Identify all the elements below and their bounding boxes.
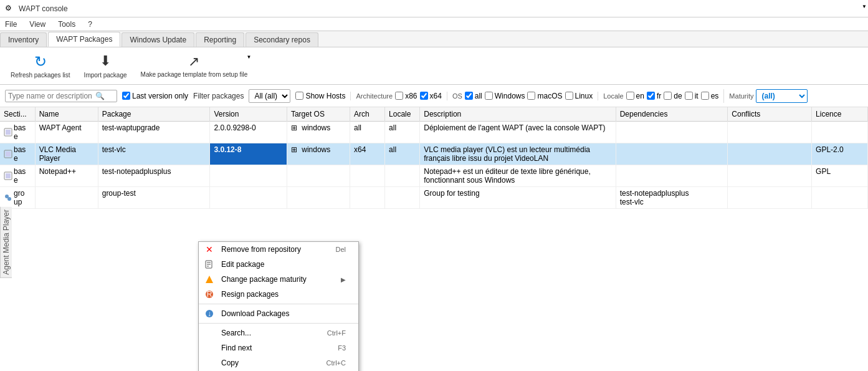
menu-tools[interactable]: Tools [55, 19, 78, 30]
ctx-copy[interactable]: Copy Ctrl+C [199, 355, 358, 370]
locale-en-checkbox[interactable] [626, 92, 634, 100]
row-version [210, 165, 287, 187]
ctx-download[interactable]: ↓ Download Packages [199, 306, 358, 321]
template-dropdown-arrow[interactable]: ▼ [246, 54, 251, 60]
ctx-search-shortcut: Ctrl+F [327, 329, 346, 337]
tab-reporting[interactable]: Reporting [196, 32, 244, 47]
os-all-label[interactable]: all [465, 92, 482, 100]
make-template-button[interactable]: ↗ Make package template from setup file … [135, 50, 254, 82]
table-row[interactable]: group group-test Group for testing test-… [0, 187, 868, 209]
download-icon: ↓ [204, 308, 215, 319]
col-header-arch[interactable]: Arch [350, 107, 384, 122]
tab-wapt-packages[interactable]: WAPT Packages [48, 32, 120, 47]
context-menu: ✕ Remove from repository Del Edit packag… [198, 241, 359, 371]
packages-table-container: Secti... Name Package Version Target OS … [0, 107, 868, 371]
arch-x64-label[interactable]: x64 [420, 92, 442, 100]
menu-view[interactable]: View [27, 19, 48, 30]
locale-es-checkbox[interactable] [701, 92, 709, 100]
row-section: base [0, 165, 35, 187]
ctx-maturity-label: Change package maturity [221, 275, 307, 284]
menu-help[interactable]: ? [85, 19, 95, 30]
table-row[interactable]: base VLC Media Player test-vlc 3.0.12-8 … [0, 143, 868, 165]
architecture-title: Architecture [356, 92, 393, 100]
row-arch: x64 [350, 143, 384, 165]
ctx-edit-package[interactable]: Edit package [199, 257, 358, 272]
tab-secondary-repos[interactable]: Secondary repos [246, 32, 318, 47]
os-all-checkbox[interactable] [465, 92, 473, 100]
os-windows-label[interactable]: Windows [485, 92, 525, 100]
locale-fr-label[interactable]: fr [647, 92, 661, 100]
package-icon [4, 171, 12, 180]
locale-es-label[interactable]: es [701, 92, 719, 100]
col-header-name[interactable]: Name [35, 107, 98, 122]
package-icon [4, 150, 12, 158]
col-header-version[interactable]: Version [210, 107, 287, 122]
os-linux-checkbox[interactable] [565, 92, 573, 100]
maturity-select[interactable]: (all) STABLE TESTING [756, 89, 808, 103]
os-windows-checkbox[interactable] [485, 92, 493, 100]
ctx-remove-repo[interactable]: ✕ Remove from repository Del [199, 242, 358, 257]
col-header-locale[interactable]: Locale [385, 107, 420, 122]
os-macos-label[interactable]: macOS [527, 92, 562, 100]
row-arch [350, 165, 384, 187]
locale-it-checkbox[interactable] [685, 92, 693, 100]
arch-x64-checkbox[interactable] [420, 92, 428, 100]
ctx-change-maturity[interactable]: Change package maturity ▶ [199, 272, 358, 287]
os-title: OS [452, 92, 462, 100]
os-windows-text: Windows [495, 92, 525, 100]
menu-file[interactable]: File [2, 19, 19, 30]
ctx-resign[interactable]: R Resign packages [199, 287, 358, 302]
ctx-copy-icon [204, 357, 215, 369]
toolbar: ↻ Refresh packages list ⬇ Import package… [0, 47, 868, 85]
remove-icon: ✕ [204, 244, 215, 255]
row-targetos: ⊞ windows [287, 122, 350, 143]
col-header-licence[interactable]: Licence [812, 107, 868, 122]
os-section: OS all Windows macOS Linux [447, 92, 593, 100]
col-header-section[interactable]: Secti... [0, 107, 35, 122]
import-package-button[interactable]: ⬇ Import package ▼ [79, 50, 133, 82]
last-version-checkbox-label[interactable]: Last version only [122, 92, 188, 100]
locale-de-label[interactable]: de [664, 92, 682, 100]
agent-media-player-label: Agent Media Player [0, 207, 12, 278]
import-dropdown-arrow[interactable]: ▼ [862, 4, 867, 9]
locale-it-label[interactable]: it [685, 92, 699, 100]
row-version [210, 187, 287, 209]
arch-x86-label[interactable]: x86 [395, 92, 417, 100]
locale-de-checkbox[interactable] [664, 92, 672, 100]
col-header-conflicts[interactable]: Conflicts [728, 107, 812, 122]
tab-inventory[interactable]: Inventory [0, 32, 47, 47]
locale-en-text: en [636, 92, 644, 100]
search-box[interactable]: 🔍 [5, 90, 117, 102]
row-dependencies [616, 165, 728, 187]
arch-x86-checkbox[interactable] [395, 92, 403, 100]
ctx-find-next[interactable]: Find next F3 [199, 340, 358, 355]
last-version-checkbox[interactable] [122, 92, 130, 100]
table-row[interactable]: base WAPT Agent test-waptupgrade 2.0.0.9… [0, 122, 868, 143]
locale-it-text: it [695, 92, 699, 100]
tab-windows-update[interactable]: Windows Update [122, 32, 194, 47]
row-section-text: base [14, 123, 26, 141]
windows-icon-row2: ⊞ [291, 145, 297, 154]
show-hosts-checkbox-label[interactable]: Show Hosts [295, 92, 345, 100]
locale-fr-checkbox[interactable] [647, 92, 655, 100]
table-row[interactable]: base Notepad++ test-notepadplusplus Note… [0, 165, 868, 187]
col-header-targetos[interactable]: Target OS [287, 107, 350, 122]
row-conflicts [728, 187, 812, 209]
col-header-description[interactable]: Description [420, 107, 616, 122]
ctx-search[interactable]: Search... Ctrl+F [199, 325, 358, 340]
filter-packages-select[interactable]: All (all) base group [249, 89, 290, 103]
refresh-packages-button[interactable]: ↻ Refresh packages list [5, 50, 76, 82]
import-package-label: Import package [84, 72, 127, 79]
col-header-package[interactable]: Package [98, 107, 210, 122]
make-template-label: Make package template from setup file [141, 71, 248, 78]
show-hosts-label: Show Hosts [305, 92, 345, 100]
locale-en-label[interactable]: en [626, 92, 644, 100]
tab-bar: Inventory WAPT Packages Windows Update R… [0, 31, 868, 47]
search-input[interactable] [8, 92, 95, 100]
show-hosts-checkbox[interactable] [295, 92, 303, 100]
maturity-title: Maturity [729, 92, 753, 100]
col-header-dependencies[interactable]: Dependencies [616, 107, 728, 122]
os-linux-label[interactable]: Linux [565, 92, 593, 100]
row-arch: all [350, 122, 384, 143]
os-macos-checkbox[interactable] [527, 92, 535, 100]
